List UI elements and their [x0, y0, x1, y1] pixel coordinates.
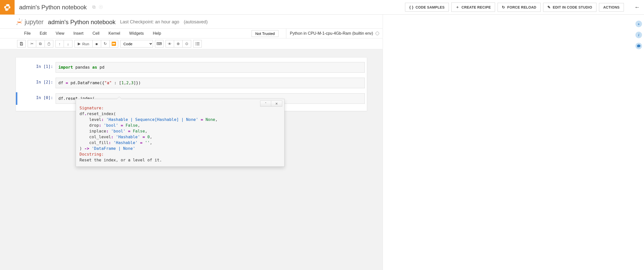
docstring-tooltip: ˄ ✕ Signature: df.reset_index( level: 'H… — [76, 99, 285, 167]
side-pill-bar — [635, 21, 642, 49]
move-up-button[interactable]: ↑ — [55, 40, 64, 48]
page-title: admin's Python notebook — [19, 4, 87, 11]
cell-prompt: In [1]: — [18, 62, 56, 69]
menu-kernel[interactable]: Kernel — [104, 30, 125, 37]
side-pill-add[interactable] — [635, 21, 642, 27]
svg-point-0 — [6, 5, 7, 5]
cell-input[interactable]: import pandas as pd — [56, 62, 365, 73]
cell-prompt: In [0]: — [18, 93, 56, 100]
variable-inspector-button[interactable]: 👁 — [166, 40, 174, 48]
restart-run-all-button[interactable]: ⏩ — [110, 40, 118, 48]
side-pill-info[interactable] — [635, 32, 642, 38]
svg-point-3 — [17, 24, 18, 25]
menubar: File Edit View Insert Cell Kernel Widget… — [0, 28, 383, 38]
code-samples-button[interactable]: { } CODE SAMPLES — [405, 3, 449, 12]
autosave-text: (autosaved) — [184, 19, 208, 25]
menu-cell[interactable]: Cell — [88, 30, 104, 37]
play-icon: ▶ — [78, 41, 81, 46]
svg-point-2 — [19, 19, 20, 19]
title-actions: ⧉ ⦿ — [92, 5, 103, 10]
save-button[interactable] — [17, 40, 26, 48]
create-recipe-button[interactable]: ＋ CREATE RECIPE — [451, 3, 495, 12]
cell-input[interactable]: df = pd.DataFrame({"a" : [1,2,3]}) — [56, 78, 365, 88]
tooltip-expand-button[interactable]: ˄ — [260, 101, 271, 107]
app-header: admin's Python notebook ⧉ ⦿ { } CODE SAM… — [0, 0, 644, 15]
svg-rect-5 — [21, 42, 22, 43]
svg-rect-11 — [195, 45, 196, 45]
notebook-body: In [1]:import pandas as pdIn [2]:df = pd… — [0, 49, 383, 270]
paste-button[interactable]: 📋︎ — [45, 40, 53, 48]
target-out-button[interactable]: ⊙ — [183, 40, 191, 48]
pencil-icon: ✎ — [547, 5, 551, 10]
svg-rect-6 — [21, 44, 22, 45]
back-arrow-icon[interactable]: ← — [634, 0, 640, 14]
menu-widgets[interactable]: Widgets — [125, 30, 148, 37]
python-logo-icon — [0, 0, 15, 15]
jupyter-logo[interactable]: jupyter — [16, 18, 44, 26]
cell-type-select[interactable]: Code — [120, 40, 153, 48]
svg-rect-12 — [196, 45, 199, 45]
copy-button[interactable]: ⧉ — [36, 40, 45, 48]
keyboard-icon[interactable]: ⌨ — [155, 40, 164, 48]
copy-icon[interactable]: ⧉ — [92, 5, 96, 10]
notebook-name[interactable]: admin's Python notebook — [48, 19, 116, 26]
force-reload-button[interactable]: ↻ FORCE RELOAD — [498, 3, 541, 12]
toolbar: ✂ ⧉ 📋︎ ↑ ↓ ▶ Run ■ ↻ ⏩ Code ⌨ 👁 ⊕ ⊙ — [0, 38, 383, 49]
trust-button[interactable]: Not Trusted — [252, 30, 279, 37]
refresh-icon[interactable]: ⦿ — [99, 5, 103, 10]
checkpoint-text: Last Checkpoint: an hour ago — [120, 19, 179, 25]
notebook-inner: In [1]:import pandas as pdIn [2]:df = pd… — [16, 57, 367, 111]
svg-rect-7 — [195, 42, 196, 43]
move-down-button[interactable]: ↓ — [64, 40, 72, 48]
menu-edit[interactable]: Edit — [35, 30, 51, 37]
interrupt-button[interactable]: ■ — [93, 40, 101, 48]
svg-rect-10 — [196, 43, 199, 44]
plus-icon: ＋ — [456, 5, 459, 10]
svg-point-4 — [22, 20, 22, 20]
notebook-frame: jupyter admin's Python notebook Last Che… — [0, 15, 383, 270]
kernel-status-icon — [376, 32, 379, 35]
menu-file[interactable]: File — [20, 30, 35, 37]
code-cell[interactable]: In [2]:df = pd.DataFrame({"a" : [1,2,3]}… — [16, 77, 367, 89]
reload-icon: ↻ — [502, 5, 505, 10]
menu-view[interactable]: View — [51, 30, 69, 37]
svg-rect-9 — [195, 43, 196, 44]
menu-insert[interactable]: Insert — [69, 30, 88, 37]
jupyter-header: jupyter admin's Python notebook Last Che… — [0, 15, 383, 28]
side-pill-chat[interactable] — [635, 43, 642, 49]
kernel-name-text: Python in CPU-M-1-cpu-4Gb-Ram (builtin e… — [290, 31, 373, 36]
code-cell[interactable]: In [1]:import pandas as pd — [16, 61, 367, 74]
cell-prompt: In [2]: — [18, 78, 56, 84]
target-in-button[interactable]: ⊕ — [174, 40, 183, 48]
header-buttons: { } CODE SAMPLES ＋ CREATE RECIPE ↻ FORCE… — [405, 3, 624, 12]
braces-icon: { } — [409, 5, 414, 9]
actions-button[interactable]: ACTIONS — [599, 3, 624, 12]
kernel-indicator-area[interactable]: Python in CPU-M-1-cpu-4Gb-Ram (builtin e… — [286, 29, 379, 38]
svg-rect-8 — [196, 42, 199, 43]
run-button[interactable]: ▶ Run — [74, 40, 93, 48]
command-palette-button[interactable] — [193, 40, 202, 48]
menu-help[interactable]: Help — [148, 30, 166, 37]
svg-point-1 — [8, 9, 9, 10]
jupyter-logo-text: jupyter — [25, 18, 44, 26]
cut-button[interactable]: ✂ — [28, 40, 36, 48]
tooltip-content: Signature: df.reset_index( level: 'Hasha… — [76, 99, 284, 166]
tooltip-close-button[interactable]: ✕ — [271, 101, 282, 107]
edit-code-studio-button[interactable]: ✎ EDIT IN CODE STUDIO — [543, 3, 596, 12]
restart-button[interactable]: ↻ — [101, 40, 110, 48]
